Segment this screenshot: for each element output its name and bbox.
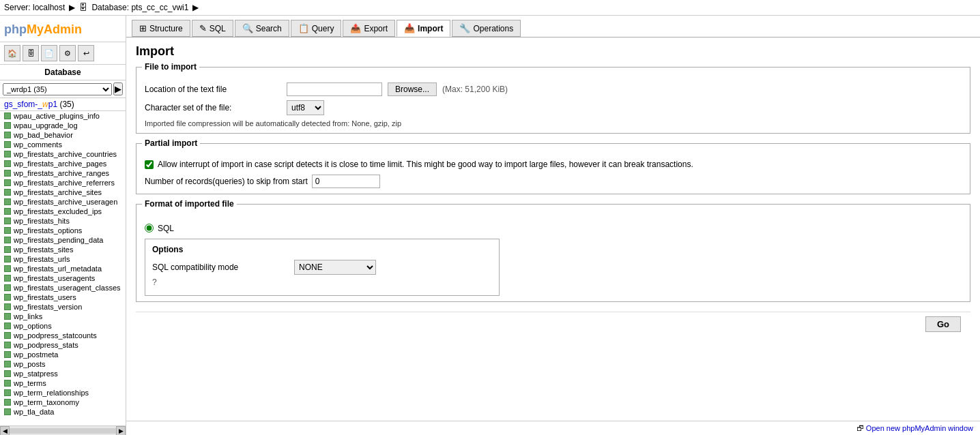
scroll-track — [10, 428, 116, 434]
footer: 🗗 Open new phpMyAdmin window — [126, 421, 980, 435]
table-icon — [4, 370, 11, 377]
page-content: Import File to import Location of the te… — [126, 38, 980, 421]
table-item[interactable]: wp_links — [0, 312, 126, 321]
table-item[interactable]: wp_tla_data — [0, 407, 126, 417]
tab-import-label: Import — [418, 24, 443, 33]
tab-import[interactable]: 📥 Import — [397, 20, 450, 37]
table-item[interactable]: wp_firestats_sites — [0, 245, 126, 254]
top-bar: Server: localhost ▶ 🗄 Database: pts_cc_c… — [0, 0, 980, 16]
table-item[interactable]: wp_firestats_users — [0, 292, 126, 302]
structure-icon: ⊞ — [139, 23, 147, 33]
table-item[interactable]: wp_firestats_archive_ranges — [0, 168, 126, 178]
help-row: ? — [152, 278, 492, 287]
table-item[interactable]: wpau_active_plugins_info — [0, 111, 126, 121]
table-item[interactable]: wp_posts — [0, 359, 126, 369]
table-icon — [4, 198, 11, 205]
charset-select[interactable]: utf8 latin1 ascii — [287, 100, 324, 115]
tab-export[interactable]: 📤 Export — [343, 20, 395, 37]
sql-radio[interactable] — [145, 224, 154, 232]
table-icon — [4, 217, 11, 224]
partial-import-section: Partial import Allow interrupt of import… — [136, 143, 970, 194]
arrow1: ▶ — [69, 3, 75, 12]
search-icon: 🔍 — [242, 23, 253, 33]
browse-button[interactable]: Browse... — [388, 82, 437, 96]
allow-interrupt-checkbox[interactable] — [145, 160, 154, 169]
table-item[interactable]: wp_firestats_url_metadata — [0, 264, 126, 273]
table-item[interactable]: wp_firestats_options — [0, 226, 126, 235]
table-item[interactable]: wp_firestats_archive_sites — [0, 188, 126, 197]
icon-btn-home[interactable]: 🏠 — [4, 45, 20, 61]
table-item[interactable]: wp_comments — [0, 140, 126, 149]
table-icon — [4, 170, 11, 177]
allow-interrupt-row: Allow interrupt of import in case script… — [145, 159, 962, 170]
table-item[interactable]: wp_firestats_archive_useragen — [0, 197, 126, 207]
file-to-import-section: File to import Location of the text file… — [136, 67, 970, 134]
table-icon — [4, 246, 11, 253]
table-item[interactable]: wp_firestats_useragent_classes — [0, 283, 126, 292]
table-icon — [4, 227, 11, 234]
table-icon — [4, 342, 11, 348]
tab-structure[interactable]: ⊞ Structure — [132, 20, 190, 37]
icon-btn-exit[interactable]: ↩ — [78, 45, 94, 61]
location-row: Location of the text file Browse... (Max… — [145, 82, 962, 96]
table-icon — [4, 332, 11, 339]
table-item[interactable]: wp_term_taxonomy — [0, 397, 126, 407]
table-item[interactable]: wpau_upgrade_log — [0, 121, 126, 130]
table-icon — [4, 284, 11, 291]
table-icon — [4, 399, 11, 406]
scroll-right-arrow[interactable]: ▶ — [116, 426, 126, 436]
help-icon[interactable]: ? — [152, 278, 157, 287]
table-icon — [4, 189, 11, 196]
file-input[interactable] — [287, 82, 382, 96]
table-item[interactable]: wp_term_relationships — [0, 388, 126, 397]
table-item[interactable]: wp_firestats_archive_countries — [0, 149, 126, 159]
records-input[interactable] — [312, 175, 380, 188]
table-icon — [4, 389, 11, 396]
icon-btn-settings[interactable]: ⚙ — [59, 45, 76, 61]
table-item[interactable]: wp_options — [0, 321, 126, 331]
table-item[interactable]: wp_firestats_excluded_ips — [0, 207, 126, 216]
table-item[interactable]: wp_firestats_archive_pages — [0, 159, 126, 168]
table-item[interactable]: wp_firestats_pending_data — [0, 235, 126, 245]
table-item[interactable]: wp_firestats_version — [0, 302, 126, 312]
main-layout: phpMyAdmin 🏠 🗄 📄 ⚙ ↩ Database _wrdp1 (35… — [0, 16, 980, 435]
content-area: ⊞ Structure ✎ SQL 🔍 Search 📋 Query 📤 Exp… — [126, 16, 980, 435]
sql-compat-select[interactable]: NONE ANSI DB2 MAXDB MYSQL323 MYSQL40 MSS… — [294, 260, 376, 275]
tab-operations[interactable]: 🔧 Operations — [452, 20, 521, 37]
file-to-import-inner: Location of the text file Browse... (Max… — [136, 77, 970, 133]
table-icon — [4, 294, 11, 301]
table-icon — [4, 322, 11, 329]
footer-link[interactable]: Open new phpMyAdmin window — [866, 424, 973, 432]
table-item[interactable]: wp_statpress — [0, 369, 126, 378]
table-item[interactable]: wp_podpress_stats — [0, 340, 126, 350]
db-select[interactable]: _wrdp1 (35) — [3, 83, 112, 95]
icon-btn-db[interactable]: 🗄 — [23, 45, 39, 61]
tab-search[interactable]: 🔍 Search — [235, 20, 289, 37]
logo-text: phpMyAdmin — [4, 20, 82, 37]
table-icon — [4, 208, 11, 215]
sidebar-scroll-bar: ◀ ▶ — [0, 425, 126, 435]
table-icon — [4, 151, 11, 158]
table-item[interactable]: wp_postmeta — [0, 350, 126, 359]
table-item[interactable]: wp_firestats_hits — [0, 216, 126, 226]
location-label: Location of the text file — [145, 85, 281, 94]
records-row: Number of records(queries) to skip from … — [145, 175, 962, 188]
table-icon — [4, 265, 11, 272]
max-size: (Max: 51,200 KiB) — [442, 85, 508, 94]
table-item[interactable]: wp_firestats_useragents — [0, 273, 126, 283]
logo-php: php — [4, 22, 27, 36]
go-button[interactable]: Go — [925, 316, 961, 332]
icon-btn-doc[interactable]: 📄 — [41, 45, 57, 61]
table-item[interactable]: wp_firestats_archive_referrers — [0, 178, 126, 188]
scroll-left-arrow[interactable]: ◀ — [0, 426, 10, 436]
allow-interrupt-label: Allow interrupt of import in case script… — [158, 159, 693, 170]
tab-sql[interactable]: ✎ SQL — [192, 20, 233, 37]
db-go-btn[interactable]: ▶ — [113, 82, 123, 95]
table-item[interactable]: wp_terms — [0, 378, 126, 388]
table-icon — [4, 408, 11, 415]
table-item[interactable]: wp_bad_behavior — [0, 130, 126, 140]
table-item[interactable]: wp_firestats_urls — [0, 254, 126, 264]
table-item[interactable]: wp_podpress_statcounts — [0, 331, 126, 340]
table-icon — [4, 313, 11, 320]
tab-query[interactable]: 📋 Query — [291, 20, 342, 37]
